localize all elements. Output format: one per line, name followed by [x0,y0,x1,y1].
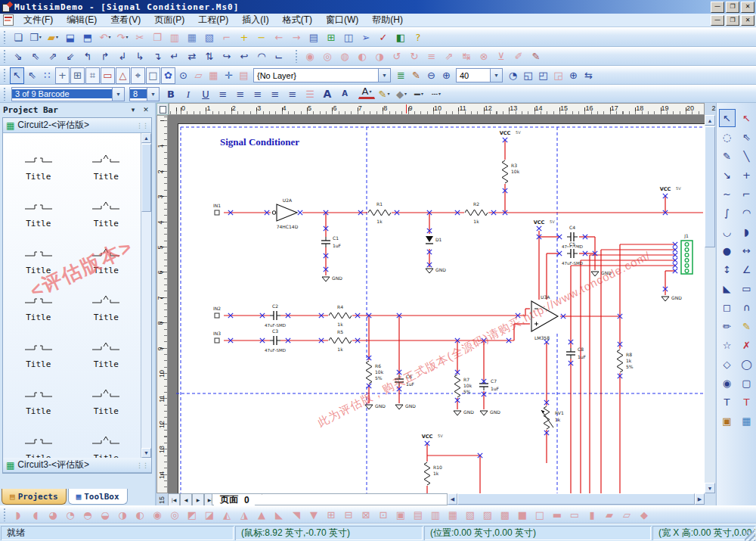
align-justify-button[interactable]: ≡ [267,86,284,102]
component-preview[interactable]: Title [73,419,141,458]
component-list-scrollbar[interactable]: ▲ ▼ [141,133,151,458]
save-all-button[interactable]: ⬒ [79,29,96,45]
shape-intersect-button[interactable]: ◍ [336,48,353,65]
ruler-corner[interactable] [156,103,169,115]
component-preview[interactable]: Title [5,185,73,232]
toolbar-grip[interactable] [3,88,6,101]
select-tool[interactable]: ↖ [719,109,736,127]
help-button[interactable]: ? [410,29,426,45]
new-file-button[interactable]: ❏ [10,29,26,45]
paste-special-button[interactable]: ▦ [184,29,200,45]
shape-button-6[interactable]: ◒ [97,506,113,523]
highlight-color-button[interactable]: ✎▾ [376,86,392,102]
shape-button-36[interactable]: ▱ [618,506,635,523]
scroll-left-button[interactable]: ◀ [448,493,457,505]
next-page-button[interactable]: ▶ [192,493,204,506]
shape-button-20[interactable]: ⊟ [340,506,357,523]
rich-text-tool[interactable]: T [739,393,755,411]
open-file-button[interactable]: ▰▾ [45,29,61,45]
align-center-button[interactable]: ≡ [232,86,249,102]
horizontal-scrollbar[interactable]: ◀ ▶ [448,493,705,505]
direct-select-tool[interactable]: ⇖ [739,128,755,146]
back-button[interactable]: ← [271,29,287,45]
sketch-tool[interactable]: ✏ [719,317,736,335]
forward-button[interactable]: → [288,29,305,45]
transform-button[interactable]: ▱ [191,67,206,84]
blob-tool[interactable]: ● [719,241,736,260]
resize-grip[interactable] [745,530,755,541]
scroll-right-button[interactable]: ▶ [695,493,705,505]
font-dropdown-button[interactable]: ▼ [112,88,124,101]
grow-font-button[interactable]: A [319,86,336,102]
shape-button-10[interactable]: ◎ [166,506,183,523]
fill-color-button-dropdown[interactable]: ▾ [404,92,407,96]
close-button[interactable]: ✕ [741,2,754,13]
zoom-combobox[interactable]: 40 ▼ [456,68,503,82]
font-size-combobox[interactable]: 8 ▼ [129,87,160,101]
snap-settings-button[interactable]: ✿ [161,67,175,84]
route-up-left-tool[interactable]: ⇖ [27,48,44,65]
flip-shape-button[interactable]: ⊻ [493,48,510,65]
shape-button-27[interactable]: ▧ [462,506,479,523]
component-preview[interactable]: Title [73,185,141,232]
align-left-button[interactable]: ≡ [215,86,231,102]
toolbar-grip[interactable] [3,69,6,82]
redo-button-dropdown[interactable]: ▾ [125,35,128,39]
shape-button-35[interactable]: ▰ [601,506,618,523]
layer-edit-button[interactable]: ✎ [409,67,423,84]
save-button[interactable]: ⬓ [62,29,79,45]
route-corner-ul-tool[interactable]: ↰ [79,48,96,65]
rotate-right-button[interactable]: ↻ [406,48,423,65]
dimension-radius-tool[interactable]: ◣ [719,279,736,297]
picture-tool[interactable]: ▣ [719,412,736,430]
menu-help[interactable]: 帮助(H) [365,13,410,27]
shape-button-11[interactable]: ◩ [184,506,200,523]
menu-window[interactable]: 窗口(W) [319,13,365,27]
curve-tool[interactable]: ~ [719,185,736,203]
zoom-selection-button[interactable]: ◲ [551,67,565,84]
circuit2-item[interactable]: ▦ Circuit2-<评估版> ⋮⋮ [3,118,151,133]
ruler-button[interactable]: ⌐ [218,29,235,45]
remove-button[interactable]: − [253,29,270,45]
route-jump-left-tool[interactable]: ↩ [236,48,253,65]
scroll-track[interactable] [705,248,715,483]
shape-button-9[interactable]: ◉ [149,506,166,523]
menu-insert[interactable]: 插入(I) [235,13,275,27]
shape-button-30[interactable]: ■ [514,506,531,523]
print-button[interactable]: ▤ [305,29,322,45]
wires[interactable] [224,140,703,493]
shape-button-19[interactable]: ⊞ [323,506,339,523]
align-distribute-button[interactable]: ≡ [284,86,301,102]
dimension-v-tool[interactable]: ↕ [719,260,736,278]
color-grid-button[interactable]: ⊞ [323,29,339,45]
circuit3-grip[interactable]: ⋮⋮ [136,462,148,469]
copy-button[interactable]: ❐ [149,29,166,45]
shape-button-22[interactable]: ⊡ [375,506,392,523]
arc-tool[interactable]: ◠ [739,204,755,222]
scroll-down-button[interactable]: ▼ [705,483,715,493]
fill-color-button[interactable]: ◆▾ [393,86,410,102]
component-preview[interactable]: Title [73,232,141,278]
menu-page[interactable]: 页面(P) [147,13,191,27]
snap-corner-button[interactable]: ⌗ [85,67,100,84]
shape-button-5[interactable]: ◓ [79,506,96,523]
scroll-thumb[interactable] [457,493,695,505]
properties-button[interactable]: ▤ [237,67,251,84]
font-size-dropdown-button[interactable]: ▼ [147,88,159,101]
combine-shape-button[interactable]: ⊗ [476,48,492,65]
line-width-button-dropdown[interactable]: ▾ [421,92,423,96]
route-bend-tool[interactable]: ⌙ [271,48,287,65]
edit-points-button[interactable]: ✎ [528,48,544,65]
vertical-scrollbar[interactable]: ▲ ▼ [705,115,715,493]
zoom-dropdown-button[interactable]: ▼ [490,69,502,82]
selection-rect-button[interactable]: ▭ [101,67,115,84]
menu-format[interactable]: 格式(T) [276,13,319,27]
pan-button[interactable]: ✛ [222,67,236,84]
component-preview[interactable]: Title [5,138,73,185]
delete-node-tool[interactable]: ✗ [739,336,755,354]
shape-button-31[interactable]: □ [531,506,548,523]
shape-button-7[interactable]: ◑ [114,506,131,523]
shape-button-4[interactable]: ◔ [62,506,79,523]
rotate-left-button[interactable]: ↺ [389,48,405,65]
shape-button-1[interactable]: ◗ [10,506,26,523]
